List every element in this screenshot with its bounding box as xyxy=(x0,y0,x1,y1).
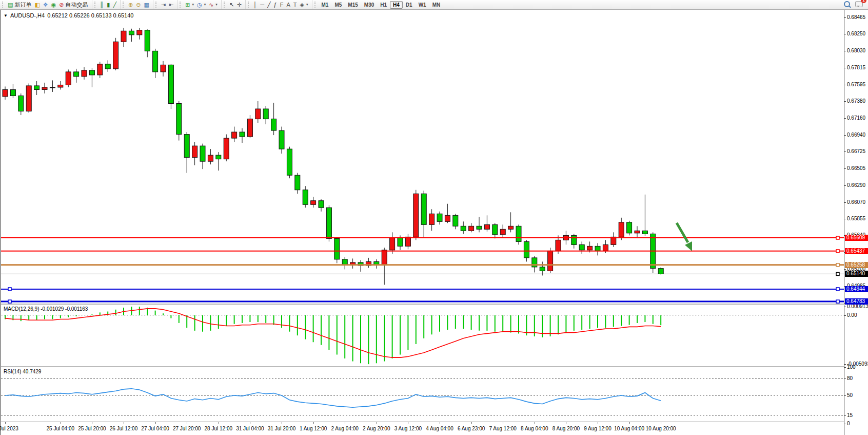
tile-windows-button[interactable]: ▦ xyxy=(142,1,150,8)
timeframe-h1[interactable]: H1 xyxy=(377,1,390,9)
axis-tick-label: 0.67160 xyxy=(847,115,865,121)
timeframe-m30[interactable]: M30 xyxy=(361,1,377,9)
dropdown-arrow-icon[interactable]: ▾ xyxy=(306,3,308,7)
time-label: 27 Jul 04:00 xyxy=(141,426,169,431)
line-handle[interactable] xyxy=(836,288,839,291)
line-handle[interactable] xyxy=(836,236,839,239)
crosshair-icon: ✛ xyxy=(237,2,242,8)
timeframe-m5[interactable]: M5 xyxy=(331,1,345,9)
chart-title: ▼ AUDUSD-,H4 0.65212 0.65226 0.65133 0.6… xyxy=(4,12,133,18)
line-handle[interactable] xyxy=(836,272,839,275)
axis-tick xyxy=(844,51,846,51)
time-tick xyxy=(61,422,61,424)
search-button[interactable] xyxy=(844,0,850,9)
chart-shift-button[interactable]: ⇤ xyxy=(167,1,175,8)
time-label: 27 Jul 20:00 xyxy=(173,426,201,431)
horizontal-line-button[interactable]: ─ xyxy=(259,1,266,8)
new-order-button[interactable]: ▤新订单 xyxy=(6,1,33,9)
time-tick xyxy=(598,422,598,424)
line-handle[interactable] xyxy=(836,250,839,253)
toolbar-group: ▤新订单◧❖◉⊘自动交易 xyxy=(0,0,92,9)
new-order-button-label: 新订单 xyxy=(14,1,31,9)
hline-price-label: 0.65609 xyxy=(845,235,868,241)
channels-button[interactable]: F xyxy=(279,1,285,8)
line-handle[interactable] xyxy=(8,300,11,303)
line-handle[interactable] xyxy=(836,263,839,267)
tile-windows-icon: ▦ xyxy=(144,2,149,8)
time-tick xyxy=(471,422,472,424)
timeframe-mn[interactable]: MN xyxy=(429,1,444,9)
axis-tick xyxy=(844,379,846,379)
fibonacci-button[interactable]: ƒ xyxy=(272,1,279,8)
auto-scroll-button[interactable]: ⇥ xyxy=(160,1,167,8)
axis-tick-label: 0.66070 xyxy=(847,199,865,205)
macd-chart-canvas[interactable] xyxy=(1,305,844,366)
horizontal-line-icon: ─ xyxy=(260,2,264,8)
line-handle[interactable] xyxy=(8,288,11,291)
toolbar-right: 1 xyxy=(844,0,868,9)
time-axis[interactable]: 24 Jul 202325 Jul 04:0025 Jul 20:0026 Ju… xyxy=(1,422,844,435)
arrows-button[interactable]: ◈▾ xyxy=(299,1,310,8)
timeframe-group: M1M5M15M30H1H4D1W1MN xyxy=(312,0,446,9)
trendline-button[interactable]: ╱ xyxy=(266,1,272,8)
crosshair-button[interactable]: ✛ xyxy=(235,1,243,8)
time-label: 31 Jul 04:00 xyxy=(236,426,264,431)
dropdown-arrow-icon[interactable]: ▾ xyxy=(204,3,206,7)
annotation-arrow[interactable] xyxy=(677,223,692,251)
ohlc-values: 0.65212 0.65226 0.65133 0.65140 xyxy=(47,12,133,18)
text-button[interactable]: A xyxy=(285,1,291,8)
axis-tick xyxy=(844,269,846,270)
collapse-chart-icon[interactable]: ▼ xyxy=(4,13,8,18)
price-axis[interactable]: 0.684650.682500.680300.678150.675950.673… xyxy=(844,10,868,435)
text-label-button[interactable]: T xyxy=(292,1,299,8)
axis-tick-label: 0.68465 xyxy=(847,14,865,20)
time-tick xyxy=(661,422,661,424)
vertical-line-button[interactable]: │ xyxy=(252,1,259,8)
timeframe-h4[interactable]: H4 xyxy=(390,1,403,9)
community-button[interactable]: ❖ xyxy=(42,1,50,8)
axis-tick xyxy=(844,395,846,396)
time-label: 7 Aug 12:00 xyxy=(489,426,516,431)
signals-button[interactable]: ◉ xyxy=(50,1,58,8)
dropdown-arrow-icon[interactable]: ▾ xyxy=(192,3,194,7)
rsi-line xyxy=(5,389,661,407)
timeframe-m15[interactable]: M15 xyxy=(345,1,361,9)
time-tick xyxy=(219,422,219,424)
new-chart-button[interactable]: ⊞▾ xyxy=(184,1,195,8)
timeframe-d1[interactable]: D1 xyxy=(403,1,416,9)
channels-icon: F xyxy=(280,2,284,8)
notifications-button[interactable]: 1 xyxy=(855,0,863,9)
timeframe-w1[interactable]: W1 xyxy=(416,1,429,9)
line-handle[interactable] xyxy=(836,300,839,303)
price-chart-canvas[interactable] xyxy=(1,10,844,304)
time-tick xyxy=(5,422,6,424)
notification-badge: 1 xyxy=(861,0,866,3)
axis-tick xyxy=(844,34,846,34)
bar-chart-button[interactable]: ║ xyxy=(98,1,106,8)
axis-tick xyxy=(844,17,846,18)
indicators-button[interactable]: ∿▾ xyxy=(207,1,219,8)
text-icon: A xyxy=(286,2,290,8)
toolbar-group: ║▮╱ xyxy=(92,0,120,9)
cursor-button[interactable]: ↖ xyxy=(228,1,235,8)
time-tick xyxy=(440,422,440,424)
time-tick xyxy=(535,422,535,424)
timeframe-m1[interactable]: M1 xyxy=(319,1,332,9)
periods-button[interactable]: ◷▾ xyxy=(195,1,207,8)
time-tick xyxy=(92,422,92,424)
arrows-icon: ◈ xyxy=(300,2,304,8)
toolbar-group: ⊞▾◷▾∿▾ xyxy=(177,0,221,9)
dropdown-arrow-icon[interactable]: ▾ xyxy=(215,3,218,7)
zoom-in-button[interactable]: ⊕ xyxy=(127,1,134,8)
zoom-out-button[interactable]: ⊖ xyxy=(134,1,142,8)
axis-tick xyxy=(844,135,846,136)
line-chart-button[interactable]: ╱ xyxy=(111,1,118,8)
candlestick-chart-button[interactable]: ▮ xyxy=(105,1,111,8)
paint-bucket-button[interactable]: ◧ xyxy=(33,1,41,8)
toolbar-group: ↖✛ xyxy=(221,0,245,9)
paint-bucket-icon: ◧ xyxy=(34,2,40,8)
rsi-chart-canvas[interactable] xyxy=(1,367,844,422)
auto-trading-button[interactable]: ⊘自动交易 xyxy=(57,1,89,9)
macd-histogram xyxy=(5,307,661,364)
time-label: 2 Aug 20:00 xyxy=(363,426,390,431)
